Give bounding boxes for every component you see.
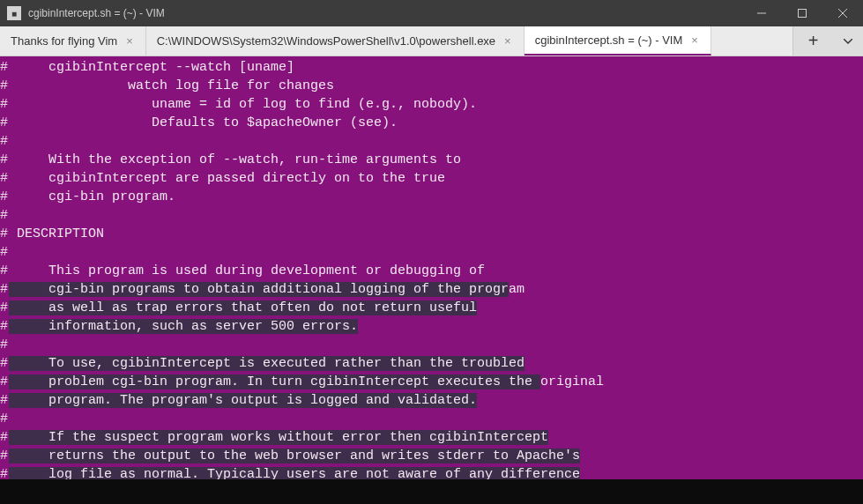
comment-hash: # [0,58,9,77]
window-titlebar: ■ cgibinIntercept.sh = (~) - VIM [0,0,863,26]
editor-line: # log file as normal. Typically users ar… [0,465,863,479]
comment-hash: # [0,447,9,465]
tab-bar: Thanks for flying Vim × C:\WINDOWS\Syste… [0,26,863,56]
selection: information, such as server 500 errors. [9,319,358,334]
selection: problem cgi-bin program. In turn cgibinI… [9,374,540,389]
comment-hash: # [0,410,9,428]
editor-line: # program. The program's output is logge… [0,391,863,410]
selection: log file as normal. Typically users are … [9,467,580,479]
comment-hash: # [0,336,9,354]
editor-line: # information, such as server 500 errors… [0,317,863,336]
line-content: returns the output to the web browser an… [9,447,580,465]
line-content: To use, cgibinIntercept is executed rath… [9,354,524,373]
maximize-button[interactable] [782,0,822,26]
editor-line: # as well as trap errors that often do n… [0,299,863,317]
tab-close-icon[interactable]: × [689,33,700,47]
selection: returns the output to the web browser an… [9,448,580,463]
tab-powershell[interactable]: C:\WINDOWS\System32\WindowsPowerShell\v1… [146,26,524,56]
close-icon [838,9,847,18]
editor-line: # [0,132,863,151]
editor-line: # If the suspect program works without e… [0,428,863,447]
editor-line: # [0,206,863,225]
comment-hash: # [0,391,9,410]
line-content: uname = id of log to find (e.g., nobody)… [9,95,477,114]
editor-line: # cgibinIntercept --watch [uname] [0,58,863,77]
editor-line: # cgi-bin programs to obtain additional … [0,280,863,299]
editor-line: # With the exception of --watch, run-tim… [0,151,863,169]
editor-line: # Defaults to $apacheOwner (see). [0,114,863,132]
editor-viewport[interactable]: # cgibinIntercept --watch [uname]# watch… [0,56,863,479]
comment-hash: # [0,299,9,317]
line-content: cgibinIntercept --watch [uname] [9,58,294,77]
selection: as well as trap errors that often do not… [9,300,477,315]
terminal-gutter [0,479,863,504]
line-content: program. The program's output is logged … [9,391,477,410]
editor-line: # [0,243,863,262]
editor-line: # This program is used during developmen… [0,262,863,280]
comment-hash: # [0,114,9,132]
line-content: If the suspect program works without err… [9,428,548,447]
comment-hash: # [0,354,9,373]
line-content: information, such as server 500 errors. [9,317,358,336]
line-content: cgi-bin programs to obtain additional lo… [9,280,524,299]
selection: cgi-bin programs to obtain additional lo… [9,282,509,297]
comment-hash: # [0,95,9,114]
comment-hash: # [0,262,9,280]
comment-hash: # [0,428,9,447]
selection-highlight: original [540,374,604,389]
comment-hash: # [0,280,9,299]
tab-cgibinintercept[interactable]: cgibinIntercept.sh = (~) - VIM × [524,26,711,56]
chevron-down-icon [844,39,852,44]
comment-hash: # [0,373,9,391]
tab-label: Thanks for flying Vim [11,34,117,48]
tab-label: cgibinIntercept.sh = (~) - VIM [535,33,683,47]
comment-hash: # [0,243,9,262]
line-content: cgibinIntercept are passed directly on t… [9,169,445,188]
line-content: With the exception of --watch, run-time … [9,151,461,169]
tab-close-icon[interactable]: × [124,34,135,48]
line-content: watch log file for changes [9,77,334,95]
editor-line: # [0,410,863,428]
comment-hash: # [0,317,9,336]
comment-hash: # [0,225,9,243]
maximize-icon [798,9,807,18]
tab-vim-welcome[interactable]: Thanks for flying Vim × [0,26,146,56]
comment-hash: # [0,169,9,188]
line-content: log file as normal. Typically users are … [9,465,580,479]
line-content: Defaults to $apacheOwner (see). [9,114,398,132]
selection-highlight: am [509,282,524,297]
close-button[interactable] [822,0,863,26]
comment-hash: # [0,151,9,169]
editor-line: # To use, cgibinIntercept is executed ra… [0,354,863,373]
editor-line: # cgibinIntercept are passed directly on… [0,169,863,188]
editor-line: # DESCRIPTION [0,225,863,243]
line-content: as well as trap errors that often do not… [9,299,477,317]
line-content: DESCRIPTION [9,225,104,243]
minimize-button[interactable] [741,0,782,26]
selection: If the suspect program works without err… [9,430,548,445]
tab-close-icon[interactable]: × [502,34,513,48]
comment-hash: # [0,77,9,95]
minimize-icon [757,9,766,18]
comment-hash: # [0,188,9,206]
selection: program. The program's output is logged … [9,393,477,408]
new-tab-button[interactable]: + [792,26,833,56]
editor-line: # watch log file for changes [0,77,863,95]
tab-dropdown-button[interactable] [833,26,863,56]
comment-hash: # [0,465,9,479]
line-content: This program is used during development … [9,262,485,280]
plus-icon: + [808,31,819,51]
comment-hash: # [0,132,9,151]
line-content: problem cgi-bin program. In turn cgibinI… [9,373,604,391]
selection: To use, cgibinIntercept is executed rath… [9,356,524,371]
window-title: cgibinIntercept.sh = (~) - VIM [28,7,165,19]
line-content: cgi-bin program. [9,188,175,206]
editor-line: # uname = id of log to find (e.g., nobod… [0,95,863,114]
editor-line: # problem cgi-bin program. In turn cgibi… [0,373,863,391]
editor-line: # [0,336,863,354]
app-icon: ■ [7,6,21,20]
comment-hash: # [0,206,9,225]
editor-line: # cgi-bin program. [0,188,863,206]
tab-label: C:\WINDOWS\System32\WindowsPowerShell\v1… [157,34,495,48]
editor-line: # returns the output to the web browser … [0,447,863,465]
